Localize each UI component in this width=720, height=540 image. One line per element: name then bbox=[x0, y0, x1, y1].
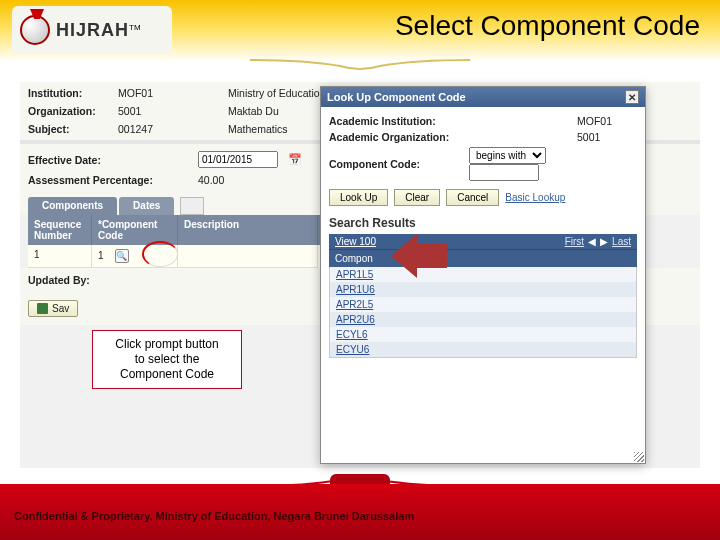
institution-value: MOF01 bbox=[118, 87, 188, 99]
modal-acad-inst-value: MOF01 bbox=[577, 115, 637, 127]
organization-label: Organization: bbox=[28, 105, 118, 117]
modal-title-text: Look Up Component Code bbox=[327, 91, 466, 103]
results-list: APR1L5 APR1U6 APR2L5 APR2U6 ECYL6 ECYU6 bbox=[329, 267, 637, 358]
organization-value: 5001 bbox=[118, 105, 188, 117]
operator-select[interactable]: begins with bbox=[469, 147, 546, 164]
app-screenshot: Institution: MOF01 Ministry of Education… bbox=[20, 82, 700, 468]
brand-name: HIJRAH bbox=[56, 20, 129, 40]
result-row[interactable]: ECYU6 bbox=[330, 342, 636, 357]
effective-date-input[interactable] bbox=[198, 151, 278, 168]
result-row[interactable]: APR1U6 bbox=[330, 282, 636, 297]
component-grid: Sequence Number *Component Code Descript… bbox=[28, 215, 324, 268]
callout-line2: to select the bbox=[99, 352, 235, 367]
footer-text: Confidential & Proprietary, Ministry of … bbox=[14, 510, 414, 522]
table-row: 1 1 🔍 bbox=[28, 245, 324, 268]
view-100-link[interactable]: View 100 bbox=[335, 236, 376, 247]
results-column-header: Compon bbox=[329, 249, 637, 267]
component-code-search-input[interactable] bbox=[469, 164, 539, 181]
modal-acad-org-label: Academic Organization: bbox=[329, 131, 469, 143]
result-row[interactable]: ECYL6 bbox=[330, 327, 636, 342]
clear-button[interactable]: Clear bbox=[394, 189, 440, 206]
brand-logo: HIJRAHTM bbox=[12, 6, 172, 54]
result-row[interactable]: APR1L5 bbox=[330, 267, 636, 282]
next-icon[interactable]: ▶ bbox=[600, 236, 608, 247]
medal-icon bbox=[20, 15, 50, 45]
grid-expand-icon[interactable] bbox=[180, 197, 204, 215]
calendar-icon[interactable]: 📅 bbox=[288, 153, 318, 166]
modal-acad-org-value: 5001 bbox=[577, 131, 637, 143]
subject-label: Subject: bbox=[28, 123, 118, 135]
lookup-button[interactable]: Look Up bbox=[329, 189, 388, 206]
tab-dates[interactable]: Dates bbox=[119, 197, 174, 215]
prev-icon[interactable]: ◀ bbox=[588, 236, 596, 247]
save-button[interactable]: Sav bbox=[28, 300, 78, 317]
resize-handle-icon[interactable] bbox=[634, 452, 644, 462]
instruction-callout: Click prompt button to select the Compon… bbox=[92, 330, 242, 389]
callout-line1: Click prompt button bbox=[99, 337, 235, 352]
results-toolbar: View 100 First ◀ ▶ Last bbox=[329, 234, 637, 249]
result-row[interactable]: APR2U6 bbox=[330, 312, 636, 327]
callout-line3: Component Code bbox=[99, 367, 235, 382]
col-component-code: *Component Code bbox=[92, 215, 178, 245]
highlight-ring bbox=[142, 241, 178, 267]
modal-comp-code-label: Component Code: bbox=[329, 158, 469, 170]
top-bracket-decoration bbox=[250, 58, 470, 72]
modal-titlebar: Look Up Component Code ✕ bbox=[321, 87, 645, 107]
first-link[interactable]: First bbox=[565, 236, 584, 247]
col-description: Description bbox=[178, 215, 318, 245]
tab-components[interactable]: Components bbox=[28, 197, 117, 215]
subject-value: 001247 bbox=[118, 123, 188, 135]
save-disk-icon bbox=[37, 303, 48, 314]
search-results-heading: Search Results bbox=[329, 216, 637, 230]
lookup-modal: Look Up Component Code ✕ Academic Instit… bbox=[320, 86, 646, 464]
results-col-label: Compon bbox=[335, 253, 373, 264]
institution-label: Institution: bbox=[28, 87, 118, 99]
modal-close-button[interactable]: ✕ bbox=[625, 90, 639, 104]
assessment-pct-value: 40.00 bbox=[198, 174, 288, 186]
cell-sequence: 1 bbox=[28, 245, 92, 268]
page-title: Select Component Code bbox=[395, 10, 700, 42]
col-sequence: Sequence Number bbox=[28, 215, 92, 245]
basic-lookup-link[interactable]: Basic Lookup bbox=[505, 192, 565, 203]
cell-description bbox=[178, 245, 318, 268]
component-code-prompt-button[interactable]: 🔍 bbox=[115, 249, 129, 263]
modal-acad-inst-label: Academic Institution: bbox=[329, 115, 469, 127]
last-link[interactable]: Last bbox=[612, 236, 631, 247]
magnifier-icon: 🔍 bbox=[116, 251, 127, 261]
effective-date-label: Effective Date: bbox=[28, 154, 198, 166]
callout-arrow bbox=[391, 234, 447, 278]
cell-code-value: 1 bbox=[98, 250, 104, 261]
save-label: Sav bbox=[52, 303, 69, 314]
trademark: TM bbox=[129, 22, 141, 31]
assessment-pct-label: Assessment Percentage: bbox=[28, 174, 198, 186]
result-row[interactable]: APR2L5 bbox=[330, 297, 636, 312]
cancel-button[interactable]: Cancel bbox=[446, 189, 499, 206]
